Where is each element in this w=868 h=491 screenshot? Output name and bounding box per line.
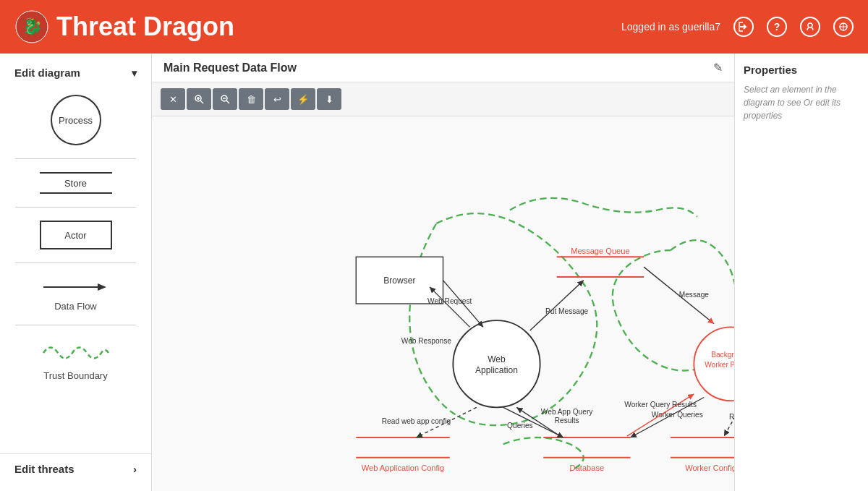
svg-text:🐉: 🐉: [22, 17, 43, 36]
zoom-in-button[interactable]: [187, 88, 211, 110]
web-app-label2: Application: [475, 365, 518, 375]
store-label: Store: [64, 178, 87, 189]
app-header: 🐉 Threat Dragon Logged in as guerilla7 ?: [0, 0, 868, 54]
svg-line-12: [200, 101, 203, 103]
divider-3: [15, 262, 136, 263]
zoom-out-button[interactable]: [213, 88, 237, 110]
worker-query-results-label: Worker Query Results: [624, 401, 697, 409]
message-queue-label: Message Queue: [571, 247, 629, 255]
diagram-title: Main Request Data Flow: [163, 61, 297, 74]
github-icon: [805, 22, 815, 32]
diagram-toolbar: ✕ 🗑 ↩ ⚡ ⬇: [152, 82, 734, 116]
zoom-in-icon: [194, 94, 204, 104]
store-shape: Store: [40, 172, 112, 194]
svg-line-15: [226, 101, 229, 103]
chevron-down-icon: ▾: [132, 67, 137, 79]
svg-point-3: [808, 23, 812, 27]
lightning-button[interactable]: ⚡: [291, 88, 315, 110]
edit-threats-label: Edit threats: [14, 463, 75, 475]
dataflow-shape: [40, 276, 112, 298]
sidebar-item-process[interactable]: Process: [0, 92, 151, 148]
bg-worker-label1: Background: [711, 351, 734, 359]
web-app-query-results-label: Web App Query: [541, 408, 593, 416]
logout-icon: [739, 22, 749, 32]
properties-panel: Properties Select an element in the diag…: [734, 54, 868, 491]
logout-button[interactable]: [733, 17, 754, 37]
process-label: Process: [59, 115, 93, 126]
edit-diagram-header[interactable]: Edit diagram ▾: [0, 61, 151, 85]
zoom-out-icon: [220, 94, 230, 104]
dataflow-label: Data Flow: [54, 301, 97, 312]
diagram-area: Main Request Data Flow ✎ ✕ 🗑: [152, 54, 734, 491]
web-response-label: Web Response: [401, 338, 452, 346]
properties-title: Properties: [744, 64, 859, 76]
sidebar-item-dataflow[interactable]: Data Flow: [0, 273, 151, 315]
trust-boundary-label: Trust Boundary: [43, 370, 107, 381]
edit-icon[interactable]: ✎: [713, 61, 723, 74]
trust-boundary-shape: [40, 338, 112, 367]
queries-label: Queries: [507, 422, 533, 430]
delete-button[interactable]: 🗑: [239, 88, 263, 110]
edit-diagram-label: Edit diagram: [14, 67, 80, 79]
divider-4: [15, 325, 136, 325]
chevron-right-icon: ›: [133, 463, 137, 475]
divider-1: [15, 158, 136, 159]
put-message-label: Put Message: [545, 307, 589, 315]
sidebar-item-trust-boundary[interactable]: Trust Boundary: [0, 336, 151, 384]
web-app-config-label: Web Application Config: [362, 464, 445, 472]
actor-shape: Actor: [40, 221, 112, 249]
sidebar-item-actor[interactable]: Actor: [0, 218, 151, 252]
download-button[interactable]: ⬇: [317, 88, 341, 110]
web-request-label: Web Request: [427, 297, 472, 305]
edit-threats-button[interactable]: Edit threats ›: [0, 453, 151, 484]
help-icon: ?: [774, 21, 780, 33]
divider-2: [15, 207, 136, 208]
github-button[interactable]: [800, 17, 820, 37]
browser-label: Browser: [383, 276, 415, 286]
diagram-canvas: Web Application Config Database Worker C…: [152, 116, 734, 491]
help-button[interactable]: ?: [767, 17, 787, 37]
web-app-label: Web: [488, 354, 506, 364]
diagram-header: Main Request Data Flow ✎: [152, 54, 734, 82]
header-brand: 🐉 Threat Dragon: [14, 9, 234, 44]
properties-hint: Select an element in the diagram to see …: [744, 83, 859, 122]
header-nav: Logged in as guerilla7 ?: [621, 17, 854, 37]
actor-label: Actor: [64, 230, 86, 241]
svg-line-29: [530, 281, 584, 330]
message-label: Message: [679, 291, 710, 299]
database-label: Database: [570, 464, 605, 472]
web-app-query-results-label2: Results: [555, 417, 579, 424]
navigate-icon: [838, 22, 848, 32]
app-title: Threat Dragon: [56, 12, 234, 42]
dataflow-line-svg: [40, 276, 112, 298]
sidebar-items: Process Store Actor: [0, 85, 151, 453]
logged-in-user: Logged in as guerilla7: [621, 21, 720, 33]
read-worker-config-label: Read worker config: [729, 413, 734, 421]
svg-marker-8: [98, 283, 106, 291]
diagram-svg: Web Application Config Database Worker C…: [152, 116, 734, 491]
bg-worker-label2: Worker Process: [705, 361, 734, 369]
logo-icon: 🐉: [14, 9, 49, 44]
worker-config-label: Worker Config: [685, 464, 734, 472]
sidebar: Edit diagram ▾ Process Store Acto: [0, 54, 152, 491]
svg-line-28: [430, 287, 470, 328]
navigate-button[interactable]: [833, 17, 854, 37]
process-shape: Process: [51, 95, 101, 145]
read-web-app-config-label: Read web app config: [382, 418, 451, 426]
close-button[interactable]: ✕: [161, 88, 185, 110]
sidebar-item-store[interactable]: Store: [0, 169, 151, 197]
worker-queries-label: Worker Queries: [652, 411, 703, 419]
main-layout: Edit diagram ▾ Process Store Acto: [0, 54, 868, 491]
undo-button[interactable]: ↩: [265, 88, 289, 110]
